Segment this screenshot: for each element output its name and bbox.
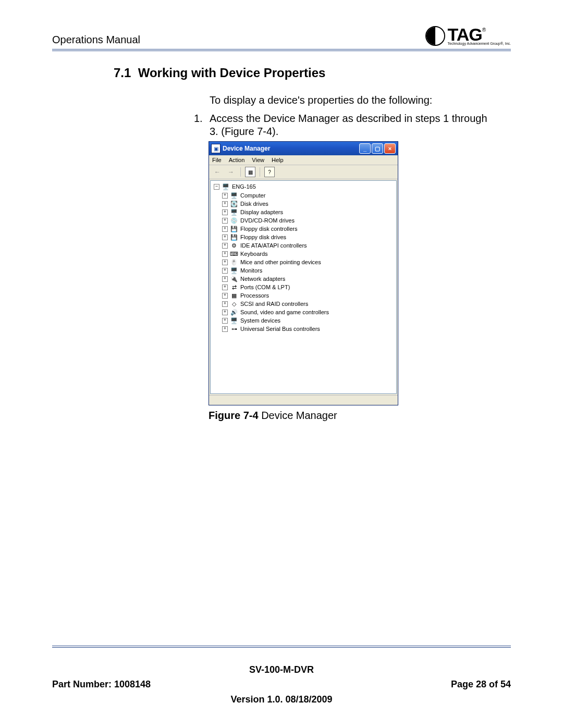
expand-icon[interactable]: + [222,235,228,240]
expand-icon[interactable]: + [222,209,228,215]
tree-item[interactable]: +▦Processors [222,291,396,300]
tree-item-label: Monitors [240,267,262,274]
tree-item-label: Ports (COM & LPT) [240,284,290,290]
device-category-icon: 🔊 [230,309,238,316]
toolbar-separator [260,167,260,177]
device-category-icon: ⌨ [230,250,238,257]
collapse-icon[interactable]: − [214,184,219,190]
tree-root-node[interactable]: − 🖥️ ENG-165 [211,183,396,190]
expand-icon[interactable]: + [222,293,228,299]
intro-paragraph: To display a device's properties do the … [210,94,490,107]
section-number: 7.1 [114,66,131,80]
tree-item[interactable]: +🖥️Display adapters [222,208,396,216]
device-category-icon: ⚙ [230,242,238,249]
expand-icon[interactable]: + [222,326,228,332]
tag-logo-subtext: Technology Advancement Group®, Inc. [447,42,511,45]
device-category-icon: 🔌 [230,275,238,282]
section-title: Working with Device Properties [138,66,326,80]
step-number: 1. [194,112,210,138]
tree-item[interactable]: +🖥️System devices [222,316,396,325]
tree-item-label: Disk drives [240,201,268,207]
tree-item-label: Floppy disk controllers [240,226,297,232]
tree-item[interactable]: +⌨Keyboards [222,250,396,258]
menu-help[interactable]: Help [272,157,284,163]
expand-icon[interactable]: + [222,318,228,324]
toolbar: ← → ▦ ? [209,165,398,179]
tree-item-label: Universal Serial Bus controllers [240,326,320,332]
window-title: Device Manager [223,145,357,152]
tag-logo-text: TAG [447,24,482,44]
tree-item[interactable]: +⊶Universal Serial Bus controllers [222,325,396,333]
tree-item-label: Computer [240,192,265,199]
footer-part-number: Part Number: 1008148 [52,677,151,692]
expand-icon[interactable]: + [222,243,228,249]
expand-icon[interactable]: + [222,276,228,282]
tree-item-label: IDE ATA/ATAPI controllers [240,242,307,249]
expand-icon[interactable]: + [222,260,228,265]
tag-logo: TAG® Technology Advancement Group®, Inc. [425,26,511,46]
step-1: 1. Access the Device Manager as describe… [194,112,490,138]
device-manager-window: ▣ Device Manager _ ▢ × File Action View … [209,141,398,405]
device-category-icon: ▦ [230,292,238,299]
device-category-icon: 🖥️ [230,208,238,216]
maximize-button[interactable]: ▢ [372,143,383,154]
device-category-icon: 💾 [230,225,238,232]
expand-icon[interactable]: + [222,301,228,307]
tree-item-label: Sound, video and game controllers [240,309,329,315]
tree-item-label: DVD/CD-ROM drives [240,217,295,224]
figure-label: Figure 7-4 [209,410,259,421]
footer-rule [52,646,511,648]
computer-icon: 🖥️ [222,183,230,190]
properties-icon[interactable]: ▦ [245,167,255,177]
device-category-icon: 💾 [230,233,238,241]
expand-icon[interactable]: + [222,268,228,274]
tree-item[interactable]: +🖥️Computer [222,191,396,200]
page-header: Operations Manual TAG® Technology Advanc… [52,26,511,46]
tree-item[interactable]: +💾Floppy disk controllers [222,225,396,233]
tree-item[interactable]: +💿DVD/CD-ROM drives [222,216,396,225]
figure-caption: Figure 7-4 Device Manager [209,410,511,422]
expand-icon[interactable]: + [222,226,228,232]
device-category-icon: 🖥️ [230,317,238,324]
help-icon[interactable]: ? [264,167,275,177]
menu-action[interactable]: Action [229,157,245,163]
tree-item-label: Floppy disk drives [240,234,286,240]
header-rule [52,49,511,51]
tree-item-label: System devices [240,317,280,324]
tree-item[interactable]: +◇SCSI and RAID controllers [222,300,396,308]
tree-item[interactable]: +🖥️Monitors [222,266,396,275]
menu-view[interactable]: View [252,157,264,163]
expand-icon[interactable]: + [222,218,228,224]
page-footer: SV-100-M-DVR Part Number: 1008148 Page 2… [52,662,511,707]
device-category-icon: ⊶ [230,325,238,332]
tree-item[interactable]: +🔊Sound, video and game controllers [222,308,396,316]
tree-item[interactable]: +⚙IDE ATA/ATAPI controllers [222,241,396,250]
expand-icon[interactable]: + [222,285,228,290]
tree-item[interactable]: +⇄Ports (COM & LPT) [222,283,396,291]
toolbar-separator [240,167,241,177]
tag-logo-icon [425,26,445,46]
device-category-icon: 🖱️ [230,258,238,266]
forward-button[interactable]: → [226,167,236,177]
app-icon: ▣ [211,144,221,153]
device-category-icon: ⇄ [230,283,238,291]
expand-icon[interactable]: + [222,193,228,199]
tree-item[interactable]: +🖱️Mice and other pointing devices [222,258,396,266]
minimize-button[interactable]: _ [359,143,371,154]
menu-bar: File Action View Help [209,155,398,165]
device-tree[interactable]: − 🖥️ ENG-165 +🖥️Computer+💽Disk drives+🖥️… [210,180,397,394]
footer-model: SV-100-M-DVR [52,662,511,677]
expand-icon[interactable]: + [222,251,228,257]
tree-item-label: Display adapters [240,209,283,215]
back-button[interactable]: ← [212,167,223,177]
expand-icon[interactable]: + [222,310,228,315]
footer-page-number: Page 28 of 54 [451,677,511,692]
device-category-icon: 🖥️ [230,192,238,199]
expand-icon[interactable]: + [222,201,228,207]
close-button[interactable]: × [384,143,396,154]
tree-item[interactable]: +💽Disk drives [222,200,396,208]
menu-file[interactable]: File [212,157,222,163]
tree-item[interactable]: +💾Floppy disk drives [222,233,396,241]
step-text: Access the Device Manager as described i… [210,112,490,138]
tree-item[interactable]: +🔌Network adapters [222,275,396,283]
